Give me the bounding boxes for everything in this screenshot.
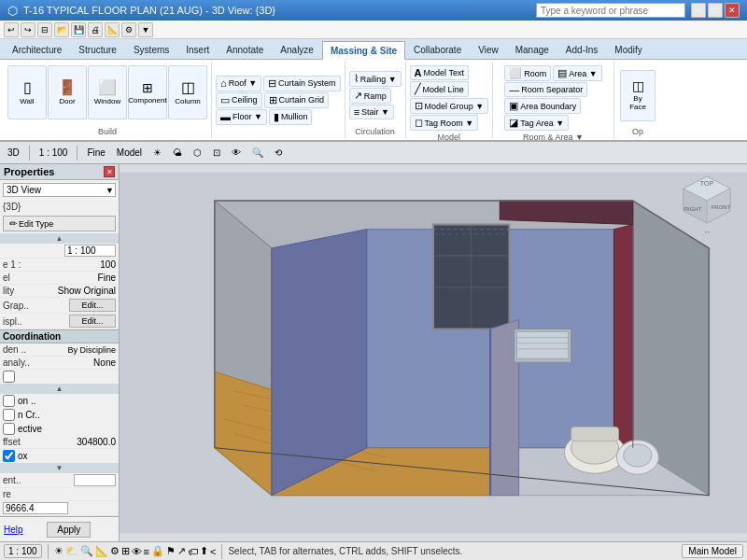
save-button[interactable]: 💾: [71, 22, 86, 37]
view-dropdown-arrow[interactable]: ▼: [106, 186, 114, 195]
layers-icon[interactable]: ≡: [144, 546, 149, 557]
edit-type-button[interactable]: ✏ Edit Type: [3, 216, 116, 231]
apply-button[interactable]: Apply: [47, 522, 91, 538]
roof-button[interactable]: ⌂ Roof ▼: [216, 76, 261, 91]
navigation-widget[interactable]: TOP FRONT RIGHT ↔: [674, 172, 740, 237]
floor-button[interactable]: ▬ Floor ▼: [216, 109, 267, 125]
option3-checkbox[interactable]: [3, 423, 15, 435]
view-selector[interactable]: 3D View ▼: [3, 183, 116, 197]
grid-icon[interactable]: ⊞: [121, 545, 130, 557]
tab-addins[interactable]: Add-Ins: [557, 40, 606, 59]
value-input[interactable]: [3, 502, 68, 514]
railing-button[interactable]: ⌇ Railing ▼: [349, 71, 402, 87]
svg-text:RIGHT: RIGHT: [684, 206, 702, 212]
tab-analyze[interactable]: Analyze: [272, 40, 322, 59]
scale-indicator[interactable]: 1 : 100: [4, 544, 42, 558]
tab-massing[interactable]: Massing & Site: [322, 41, 405, 60]
panel-close-button[interactable]: ✕: [104, 166, 115, 177]
search-input[interactable]: [536, 3, 685, 18]
view-ctrl-scale[interactable]: 1 : 100: [35, 146, 72, 160]
graphic-edit-button[interactable]: Edit...: [69, 299, 116, 312]
scroll-mid-button[interactable]: ▲: [0, 384, 119, 394]
wall-button[interactable]: ▯ Wall: [7, 65, 47, 119]
tab-view[interactable]: View: [470, 40, 507, 59]
minimize-button[interactable]: ─: [691, 3, 706, 18]
chevron-icon[interactable]: <: [210, 546, 216, 557]
ceiling-button[interactable]: ▭ Ceiling: [216, 92, 262, 108]
measure-button[interactable]: 📐: [105, 22, 120, 37]
dropdown-button[interactable]: ▼: [138, 22, 153, 37]
ramp-button[interactable]: ↗ Ramp: [349, 88, 391, 104]
window-button[interactable]: ⬜ Window: [88, 65, 127, 119]
scale-input[interactable]: [64, 245, 116, 257]
option1-checkbox[interactable]: [3, 395, 15, 407]
view-ctrl-detail[interactable]: Fine: [83, 146, 108, 160]
help-link[interactable]: Help: [4, 525, 23, 535]
view-ctrl-reveal[interactable]: ⟲: [271, 146, 286, 160]
model-group-button[interactable]: ⊡ Model Group ▼: [410, 98, 488, 114]
arrow-icon[interactable]: ↗: [177, 545, 186, 557]
tab-insert[interactable]: Insert: [177, 40, 218, 59]
viewport[interactable]: TOP FRONT RIGHT ↔: [120, 164, 747, 541]
lock-icon[interactable]: 🔒: [151, 545, 164, 557]
tab-manage[interactable]: Manage: [507, 40, 557, 59]
undo-button[interactable]: ↩: [4, 22, 19, 37]
option2-checkbox[interactable]: [3, 409, 15, 421]
view-ctrl-model[interactable]: Model: [113, 146, 146, 160]
view-ctrl-sun[interactable]: 🌤: [169, 146, 186, 160]
checkbox1[interactable]: [3, 371, 15, 383]
stair-button[interactable]: ≡ Stair ▼: [349, 105, 394, 119]
view-icon[interactable]: 👁: [132, 546, 142, 557]
tab-annotate[interactable]: Annotate: [218, 40, 272, 59]
ruler-icon[interactable]: 📐: [95, 545, 108, 557]
view-ctrl-hide[interactable]: 👁: [228, 146, 245, 160]
tab-modify[interactable]: Modify: [606, 40, 650, 59]
redo-button[interactable]: ↪: [21, 22, 35, 37]
tag-room-button[interactable]: ◻ Tag Room ▼: [410, 115, 478, 131]
print-button[interactable]: 🖨: [88, 22, 103, 37]
share-icon[interactable]: ⬆: [200, 545, 208, 557]
view-ctrl-render[interactable]: ⬡: [190, 146, 205, 160]
nav-icon[interactable]: 🔍: [80, 545, 93, 557]
sun-icon[interactable]: ☀: [54, 545, 63, 557]
view-ctrl-shadows[interactable]: ☀: [149, 146, 165, 160]
checkbox1-row: [0, 370, 119, 384]
area-button[interactable]: ▤ Area ▼: [553, 65, 601, 81]
maximize-button[interactable]: □: [708, 3, 723, 18]
flag-icon[interactable]: ⚑: [166, 545, 176, 557]
scroll-down-button[interactable]: ▼: [0, 463, 119, 473]
door-button[interactable]: 🚪 Door: [48, 65, 87, 119]
extra1-input[interactable]: [74, 474, 116, 486]
close-button[interactable]: ✕: [725, 3, 740, 18]
component-button[interactable]: ⊞ Component: [128, 65, 167, 119]
view-ctrl-crop[interactable]: ⊡: [209, 146, 224, 160]
tab-structure[interactable]: Structure: [70, 40, 125, 59]
tab-collaborate[interactable]: Collaborate: [405, 40, 470, 59]
column-button[interactable]: ◫ Column: [168, 65, 207, 119]
new-button[interactable]: ⊟: [37, 22, 52, 37]
area-boundary-button[interactable]: ▣ Area Boundary: [504, 98, 581, 114]
option4-checkbox[interactable]: [3, 450, 15, 462]
open-button[interactable]: 📂: [54, 22, 69, 37]
mullion-button[interactable]: ▮ Mullion: [269, 109, 313, 125]
settings-icon2[interactable]: ⚙: [110, 545, 120, 557]
curtain-system-button[interactable]: ⊟ Curtain System: [263, 76, 341, 91]
tab-architecture[interactable]: Architecture: [4, 40, 70, 59]
room-button[interactable]: ⬜ Room: [504, 65, 551, 81]
tab-systems[interactable]: Systems: [125, 40, 177, 59]
view-ctrl-temp-hide[interactable]: 🔍: [248, 146, 267, 160]
tag-area-button[interactable]: ◪ Tag Area ▼: [504, 115, 569, 131]
scroll-up-button[interactable]: ▲: [0, 233, 119, 244]
build-group-label: Build: [98, 125, 117, 136]
ribbon-group-circulation: ⌇ Railing ▼ ↗ Ramp ≡ Stair ▼ Circulation: [345, 62, 406, 138]
by-face-button[interactable]: ◫ ByFace: [620, 70, 655, 121]
model-line-button[interactable]: ╱ Model Line: [410, 81, 469, 97]
cloud-icon[interactable]: ⛅: [65, 545, 78, 557]
curtain-grid-button[interactable]: ⊞ Curtain Grid: [264, 92, 330, 108]
settings-button[interactable]: ⚙: [121, 22, 136, 37]
display-edit-button[interactable]: Edit...: [69, 315, 116, 328]
model-text-button[interactable]: A Model Text: [410, 65, 469, 80]
tag-icon[interactable]: 🏷: [188, 546, 198, 557]
view-ctrl-3d[interactable]: 3D: [4, 146, 23, 160]
room-separator-button[interactable]: — Room Separator: [504, 82, 587, 97]
